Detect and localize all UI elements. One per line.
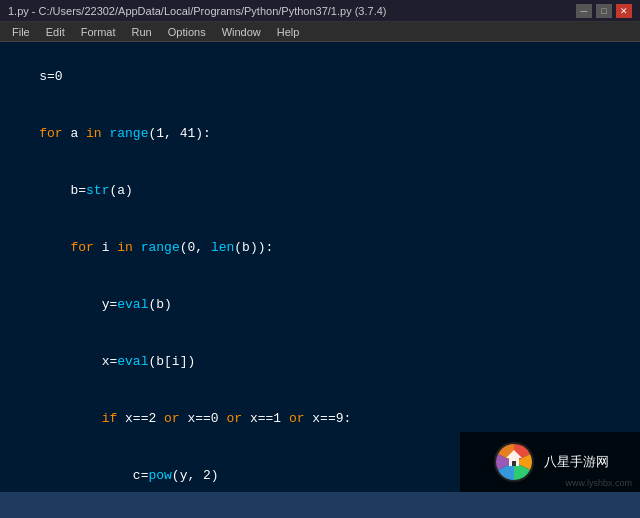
menu-format[interactable]: Format: [73, 24, 124, 40]
maximize-button[interactable]: □: [596, 4, 612, 18]
watermark-title: 八星手游网: [544, 453, 609, 471]
code-line-2: for a in range(1, 41):: [8, 105, 632, 162]
code-line-3: b=str(a): [8, 162, 632, 219]
menu-edit[interactable]: Edit: [38, 24, 73, 40]
title-bar: 1.py - C:/Users/22302/AppData/Local/Prog…: [0, 0, 640, 22]
minimize-button[interactable]: ─: [576, 4, 592, 18]
menu-bar: File Edit Format Run Options Window Help: [0, 22, 640, 42]
menu-window[interactable]: Window: [214, 24, 269, 40]
window-controls: ─ □ ✕: [576, 4, 632, 18]
watermark-logo-icon: [492, 440, 536, 484]
close-button[interactable]: ✕: [616, 4, 632, 18]
code-line-6: x=eval(b[i]): [8, 333, 632, 390]
svg-rect-3: [512, 461, 516, 466]
menu-run[interactable]: Run: [124, 24, 160, 40]
code-line-4: for i in range(0, len(b)):: [8, 219, 632, 276]
watermark: 八星手游网: [460, 432, 640, 492]
menu-help[interactable]: Help: [269, 24, 308, 40]
code-editor[interactable]: s=0 for a in range(1, 41): b=str(a) for …: [0, 42, 640, 492]
code-line-1: s=0: [8, 48, 632, 105]
title-bar-text: 1.py - C:/Users/22302/AppData/Local/Prog…: [8, 5, 386, 17]
status-bar: [0, 492, 640, 518]
watermark-brand: 八星手游网: [544, 453, 609, 471]
menu-options[interactable]: Options: [160, 24, 214, 40]
menu-file[interactable]: File: [4, 24, 38, 40]
code-line-5: y=eval(b): [8, 276, 632, 333]
